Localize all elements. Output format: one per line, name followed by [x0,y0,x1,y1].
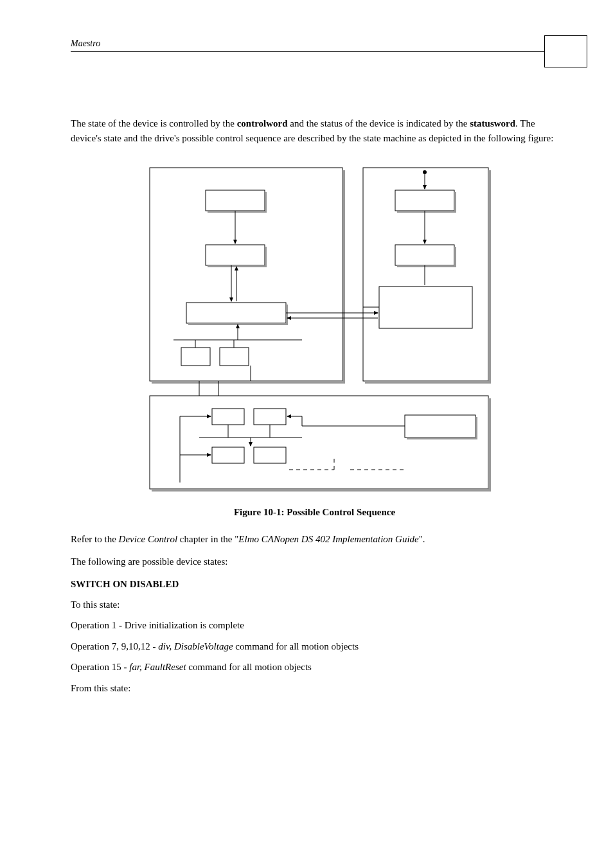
refer-paragraph: Refer to the Device Control chapter in t… [71,532,558,547]
svg-rect-31 [254,447,286,463]
svg-rect-30 [212,447,244,463]
svg-rect-28 [212,409,244,425]
following-states: The following are possible device states… [71,554,558,569]
svg-rect-6 [488,170,491,384]
svg-rect-13 [206,245,265,265]
svg-rect-15 [265,247,267,267]
diagram-svg [135,161,495,495]
operation-7-9-10-12: Operation 7, 9,10,12 - div, DisableVolta… [71,639,558,654]
state-heading: SWITCH ON DISABLED [71,579,558,590]
svg-rect-29 [254,409,286,425]
figure-caption: Figure 10-1: Possible Control Sequence [71,507,558,518]
refer-text: Refer to the [71,534,119,544]
header-corner-box [544,35,587,67]
refer-text: ". [419,534,425,544]
refer-text: chapter in the " [177,534,238,544]
intro-text: The state of the device is controlled by… [71,118,237,128]
svg-rect-10 [206,190,265,211]
from-this-state: From this state: [71,681,558,696]
svg-rect-22 [397,211,456,213]
operation-15: Operation 15 - far, FaultReset command f… [71,660,558,675]
intro-paragraph: The state of the device is controlled by… [71,116,558,145]
svg-rect-9 [488,398,491,492]
to-this-state: To this state: [71,598,558,612]
operation-1: Operation 1 - Drive initialization is co… [71,618,558,633]
page-header: Maestro [71,39,558,52]
svg-rect-23 [454,192,456,213]
svg-rect-18 [286,305,288,325]
op-text: Drive initialization is complete [122,620,244,630]
svg-point-46 [423,170,427,174]
svg-rect-33 [407,438,477,439]
op-text: Operation 15 [71,662,123,672]
svg-rect-20 [220,348,249,366]
op-text: command for all motion objects [233,641,359,651]
svg-rect-14 [208,265,267,267]
svg-rect-12 [265,192,267,213]
svg-rect-7 [150,396,488,489]
op-text: Operation 7, 9,10,12 [71,641,152,651]
statusword: statusword [470,118,515,128]
svg-rect-5 [365,381,490,384]
svg-rect-11 [208,211,267,213]
op-text: command for all motion objects [186,662,312,672]
svg-rect-32 [405,415,475,438]
svg-rect-34 [475,417,477,439]
svg-rect-16 [186,303,286,323]
svg-rect-24 [395,245,454,265]
svg-rect-21 [395,190,454,211]
state-diagram [135,161,495,495]
header-title: Maestro [71,39,100,49]
controlword: controlword [237,118,288,128]
svg-rect-2 [152,381,344,384]
svg-rect-8 [152,489,490,492]
op-command: div, DisableVoltage [155,641,233,651]
op-command: far, FaultReset [127,662,186,672]
svg-rect-25 [397,265,456,267]
svg-rect-26 [454,247,456,267]
intro-text: and the status of the device is indicate… [288,118,470,128]
refer-chapter: Device Control [119,534,178,544]
refer-guide: Elmo CANopen DS 402 Implementation Guide [238,534,418,544]
svg-rect-3 [342,170,345,384]
op-text: Operation 1 [71,620,119,630]
svg-rect-19 [181,348,210,366]
